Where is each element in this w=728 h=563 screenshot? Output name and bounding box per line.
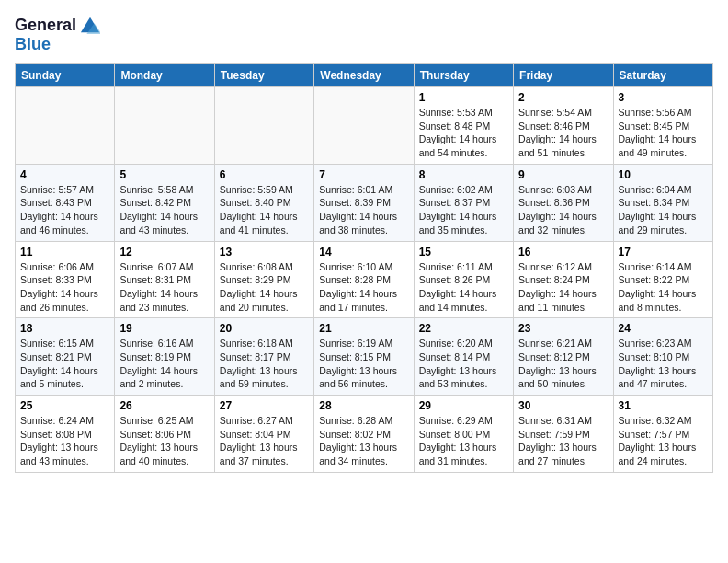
day-detail: Sunrise: 6:10 AM Sunset: 8:28 PM Dayligh…: [319, 260, 408, 315]
calendar-cell: [214, 87, 313, 165]
day-header-saturday: Saturday: [613, 64, 712, 87]
calendar-cell: 20Sunrise: 6:18 AM Sunset: 8:17 PM Dayli…: [214, 318, 313, 396]
day-number: 31: [619, 399, 708, 412]
calendar-cell: 11Sunrise: 6:06 AM Sunset: 8:33 PM Dayli…: [16, 241, 115, 318]
day-number: 13: [220, 246, 309, 259]
day-number: 4: [20, 168, 109, 181]
day-detail: Sunrise: 6:16 AM Sunset: 8:19 PM Dayligh…: [119, 337, 209, 391]
day-number: 19: [119, 322, 209, 335]
day-detail: Sunrise: 6:04 AM Sunset: 8:34 PM Dayligh…: [619, 183, 708, 237]
day-detail: Sunrise: 6:20 AM Sunset: 8:14 PM Dayligh…: [419, 337, 508, 391]
day-detail: Sunrise: 6:02 AM Sunset: 8:37 PM Dayligh…: [419, 183, 508, 237]
calendar-cell: 14Sunrise: 6:10 AM Sunset: 8:28 PM Dayli…: [314, 241, 414, 318]
calendar-cell: 13Sunrise: 6:08 AM Sunset: 8:29 PM Dayli…: [214, 241, 313, 318]
day-number: 3: [619, 91, 708, 104]
day-detail: Sunrise: 6:11 AM Sunset: 8:26 PM Dayligh…: [419, 260, 508, 315]
day-detail: Sunrise: 6:27 AM Sunset: 8:04 PM Dayligh…: [220, 414, 309, 468]
calendar-week-row: 11Sunrise: 6:06 AM Sunset: 8:33 PM Dayli…: [16, 241, 713, 318]
calendar-cell: 12Sunrise: 6:07 AM Sunset: 8:31 PM Dayli…: [115, 241, 214, 318]
day-detail: Sunrise: 6:12 AM Sunset: 8:24 PM Dayligh…: [518, 260, 608, 315]
day-number: 28: [319, 399, 408, 412]
day-number: 23: [518, 322, 608, 335]
day-detail: Sunrise: 6:07 AM Sunset: 8:31 PM Dayligh…: [119, 260, 209, 315]
day-header-friday: Friday: [514, 64, 613, 87]
calendar-cell: 9Sunrise: 6:03 AM Sunset: 8:36 PM Daylig…: [514, 164, 613, 241]
day-header-monday: Monday: [115, 64, 214, 87]
day-detail: Sunrise: 6:25 AM Sunset: 8:06 PM Dayligh…: [119, 414, 209, 468]
day-number: 25: [20, 399, 109, 412]
calendar-cell: 8Sunrise: 6:02 AM Sunset: 8:37 PM Daylig…: [414, 164, 513, 241]
day-number: 26: [119, 399, 209, 412]
calendar-cell: 16Sunrise: 6:12 AM Sunset: 8:24 PM Dayli…: [514, 241, 613, 318]
day-detail: Sunrise: 6:01 AM Sunset: 8:39 PM Dayligh…: [319, 183, 408, 237]
logo-blue-text: Blue: [15, 35, 51, 54]
day-number: 29: [419, 399, 508, 412]
day-detail: Sunrise: 6:23 AM Sunset: 8:10 PM Dayligh…: [619, 337, 708, 391]
day-number: 14: [319, 246, 408, 259]
day-detail: Sunrise: 6:08 AM Sunset: 8:29 PM Dayligh…: [220, 260, 309, 315]
day-header-wednesday: Wednesday: [314, 64, 414, 87]
day-detail: Sunrise: 6:15 AM Sunset: 8:21 PM Dayligh…: [20, 337, 109, 391]
day-number: 30: [518, 399, 608, 412]
day-number: 10: [619, 168, 708, 181]
day-detail: Sunrise: 6:14 AM Sunset: 8:22 PM Dayligh…: [619, 260, 708, 315]
calendar-week-row: 18Sunrise: 6:15 AM Sunset: 8:21 PM Dayli…: [16, 318, 713, 396]
day-detail: Sunrise: 6:24 AM Sunset: 8:08 PM Dayligh…: [20, 414, 109, 468]
calendar-cell: 10Sunrise: 6:04 AM Sunset: 8:34 PM Dayli…: [613, 164, 712, 241]
calendar-cell: [314, 87, 414, 165]
day-detail: Sunrise: 5:59 AM Sunset: 8:40 PM Dayligh…: [220, 183, 309, 237]
calendar-cell: 18Sunrise: 6:15 AM Sunset: 8:21 PM Dayli…: [16, 318, 115, 396]
calendar-cell: 28Sunrise: 6:28 AM Sunset: 8:02 PM Dayli…: [314, 396, 414, 473]
logo-triangle-icon: [80, 15, 100, 35]
day-number: 7: [319, 168, 408, 181]
day-detail: Sunrise: 5:54 AM Sunset: 8:46 PM Dayligh…: [518, 106, 608, 160]
calendar-cell: 29Sunrise: 6:29 AM Sunset: 8:00 PM Dayli…: [414, 396, 513, 473]
calendar-cell: 30Sunrise: 6:31 AM Sunset: 7:59 PM Dayli…: [514, 396, 613, 473]
calendar-week-row: 4Sunrise: 5:57 AM Sunset: 8:43 PM Daylig…: [16, 164, 713, 241]
day-header-thursday: Thursday: [414, 64, 513, 87]
day-number: 11: [20, 246, 109, 259]
day-number: 22: [419, 322, 508, 335]
calendar-cell: 4Sunrise: 5:57 AM Sunset: 8:43 PM Daylig…: [16, 164, 115, 241]
day-detail: Sunrise: 6:31 AM Sunset: 7:59 PM Dayligh…: [518, 414, 608, 468]
calendar-cell: [115, 87, 214, 165]
day-number: 9: [518, 168, 608, 181]
day-number: 15: [419, 246, 508, 259]
day-number: 21: [319, 322, 408, 335]
calendar-cell: 21Sunrise: 6:19 AM Sunset: 8:15 PM Dayli…: [314, 318, 414, 396]
calendar-cell: 5Sunrise: 5:58 AM Sunset: 8:42 PM Daylig…: [115, 164, 214, 241]
logo-general-text: General: [15, 16, 76, 35]
calendar-cell: 1Sunrise: 5:53 AM Sunset: 8:48 PM Daylig…: [414, 87, 513, 165]
calendar-cell: 24Sunrise: 6:23 AM Sunset: 8:10 PM Dayli…: [613, 318, 712, 396]
day-number: 1: [419, 91, 508, 104]
day-detail: Sunrise: 5:56 AM Sunset: 8:45 PM Dayligh…: [619, 106, 708, 160]
day-detail: Sunrise: 6:06 AM Sunset: 8:33 PM Dayligh…: [20, 260, 109, 315]
day-number: 20: [220, 322, 309, 335]
logo: General Blue: [15, 15, 100, 54]
day-number: 16: [518, 246, 608, 259]
calendar-week-row: 1Sunrise: 5:53 AM Sunset: 8:48 PM Daylig…: [16, 87, 713, 165]
day-number: 6: [220, 168, 309, 181]
calendar-cell: 31Sunrise: 6:32 AM Sunset: 7:57 PM Dayli…: [613, 396, 712, 473]
day-detail: Sunrise: 6:19 AM Sunset: 8:15 PM Dayligh…: [319, 337, 408, 391]
calendar-cell: 22Sunrise: 6:20 AM Sunset: 8:14 PM Dayli…: [414, 318, 513, 396]
day-detail: Sunrise: 6:29 AM Sunset: 8:00 PM Dayligh…: [419, 414, 508, 468]
day-number: 2: [518, 91, 608, 104]
day-number: 24: [619, 322, 708, 335]
calendar-cell: 17Sunrise: 6:14 AM Sunset: 8:22 PM Dayli…: [613, 241, 712, 318]
day-detail: Sunrise: 5:58 AM Sunset: 8:42 PM Dayligh…: [119, 183, 209, 237]
calendar-cell: 6Sunrise: 5:59 AM Sunset: 8:40 PM Daylig…: [214, 164, 313, 241]
day-detail: Sunrise: 6:28 AM Sunset: 8:02 PM Dayligh…: [319, 414, 408, 468]
day-number: 12: [119, 246, 209, 259]
day-detail: Sunrise: 6:21 AM Sunset: 8:12 PM Dayligh…: [518, 337, 608, 391]
day-detail: Sunrise: 6:03 AM Sunset: 8:36 PM Dayligh…: [518, 183, 608, 237]
day-number: 18: [20, 322, 109, 335]
header: General Blue: [15, 15, 713, 54]
day-number: 27: [220, 399, 309, 412]
day-header-sunday: Sunday: [16, 64, 115, 87]
day-detail: Sunrise: 5:57 AM Sunset: 8:43 PM Dayligh…: [20, 183, 109, 237]
calendar-cell: 15Sunrise: 6:11 AM Sunset: 8:26 PM Dayli…: [414, 241, 513, 318]
day-detail: Sunrise: 6:32 AM Sunset: 7:57 PM Dayligh…: [619, 414, 708, 468]
logo-text-row: General: [15, 15, 100, 35]
day-number: 5: [119, 168, 209, 181]
